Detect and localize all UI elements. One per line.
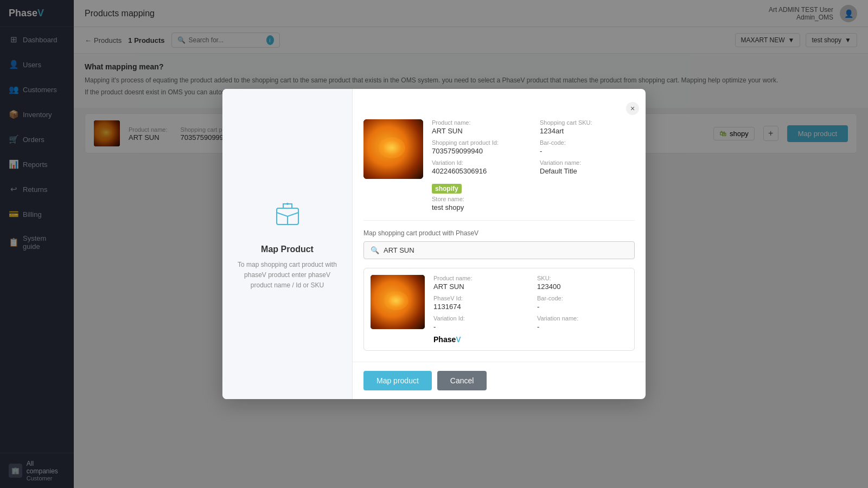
cart-id-label: Shopping cart product Id: xyxy=(432,139,527,146)
phasev-logo-text: PhaseV xyxy=(433,335,461,344)
cart-variation-id-item: Variation Id: 40224605306916 xyxy=(432,159,527,175)
svg-point-1 xyxy=(286,203,289,205)
modal-body: Product name: ART SUN Shopping cart SKU:… xyxy=(353,108,646,362)
search-product-icon: 🔍 xyxy=(371,246,379,254)
result-variation-name-item: Variation name: - xyxy=(537,315,628,331)
result-name-item: Product name: ART SUN xyxy=(433,275,524,291)
cart-detail-grid: Product name: ART SUN Shopping cart SKU:… xyxy=(432,119,635,175)
store-name-label: Store name: xyxy=(432,196,635,202)
cart-name-value: ART SUN xyxy=(432,127,463,135)
result-variation-id-label: Variation Id: xyxy=(433,315,524,322)
cart-name-label: Product name: xyxy=(432,119,527,126)
shopify-logo: shopify xyxy=(432,184,462,194)
cart-barcode-label: Bar-code: xyxy=(540,139,635,146)
result-phasev-id-value: 1131674 xyxy=(433,303,461,311)
result-product-image xyxy=(371,275,425,329)
modal-right-panel: × Product name: xyxy=(353,89,646,399)
map-product-modal: Map Product To map shopping cart product… xyxy=(222,89,646,399)
modal-map-button[interactable]: Map product xyxy=(363,371,432,390)
result-name-label: Product name: xyxy=(433,275,524,281)
cart-id-value: 7035759099940 xyxy=(432,147,483,155)
modal-overlay: Map Product To map shopping cart product… xyxy=(74,54,868,488)
cart-sku-value: 1234art xyxy=(540,127,564,135)
store-name-value: test shopy xyxy=(432,203,464,211)
result-barcode-value: - xyxy=(537,303,539,311)
cart-variation-name-label: Variation name: xyxy=(540,159,635,166)
cart-variation-name-value: Default Title xyxy=(540,167,577,175)
cart-id-item: Shopping cart product Id: 7035759099940 xyxy=(432,139,527,155)
cart-variation-id-label: Variation Id: xyxy=(432,159,527,166)
result-product-details: Product name: ART SUN SKU: 123400 PhaseV… xyxy=(433,275,628,344)
main-content: Products mapping Art ADMIN TEST User Adm… xyxy=(74,0,868,488)
modal-left-description: To map shopping cart product with phaseV… xyxy=(233,260,341,291)
result-sku-item: SKU: 123400 xyxy=(537,275,628,291)
result-name-value: ART SUN xyxy=(433,282,464,291)
result-variation-id-item: Variation Id: - xyxy=(433,315,524,331)
modal-footer: Map product Cancel xyxy=(353,362,646,399)
modal-close-button[interactable]: × xyxy=(626,102,639,115)
phasev-logo: PhaseV xyxy=(433,335,628,344)
modal-header: × xyxy=(353,89,646,108)
cart-barcode-value: - xyxy=(540,147,542,155)
result-variation-id-value: - xyxy=(433,323,436,331)
cart-barcode-item: Bar-code: - xyxy=(540,139,635,155)
store-name-item: Store name: test shopy xyxy=(432,196,635,211)
result-variation-name-value: - xyxy=(537,323,539,331)
modal-left-title: Map Product xyxy=(261,245,314,254)
sun-image-result xyxy=(371,275,425,329)
result-sku-label: SKU: xyxy=(537,275,628,281)
cart-variation-id-value: 40224605306916 xyxy=(432,167,487,175)
box-icon xyxy=(271,197,304,236)
cart-variation-name-item: Variation name: Default Title xyxy=(540,159,635,175)
result-variation-name-label: Variation name: xyxy=(537,315,628,322)
cart-sku-item: Shopping cart SKU: 1234art xyxy=(540,119,635,135)
cart-product-image xyxy=(363,119,423,179)
search-product-box[interactable]: 🔍 xyxy=(363,241,635,259)
result-phasev-id-label: PhaseV Id: xyxy=(433,295,524,301)
result-detail-grid: Product name: ART SUN SKU: 123400 PhaseV… xyxy=(433,275,628,331)
store-info: shopify xyxy=(432,179,635,194)
sun-image xyxy=(363,119,423,179)
result-barcode-label: Bar-code: xyxy=(537,295,628,301)
cart-sku-label: Shopping cart SKU: xyxy=(540,119,635,126)
result-phasev-id-item: PhaseV Id: 1131674 xyxy=(433,295,524,311)
search-product-input[interactable] xyxy=(384,246,628,254)
modal-cancel-button[interactable]: Cancel xyxy=(437,371,487,390)
content-area: What mapping mean? Mapping it's process … xyxy=(74,54,868,488)
result-barcode-item: Bar-code: - xyxy=(537,295,628,311)
result-sku-value: 123400 xyxy=(537,282,560,291)
cart-product-card: Product name: ART SUN Shopping cart SKU:… xyxy=(363,119,635,221)
result-product-card[interactable]: Product name: ART SUN SKU: 123400 PhaseV… xyxy=(363,268,635,351)
map-section-label: Map shopping cart product with PhaseV xyxy=(363,229,635,237)
modal-left-panel: Map Product To map shopping cart product… xyxy=(222,89,353,399)
close-icon: × xyxy=(630,104,635,113)
shopify-store: shopify xyxy=(432,184,462,194)
cart-name-item: Product name: ART SUN xyxy=(432,119,527,135)
cart-product-details: Product name: ART SUN Shopping cart SKU:… xyxy=(432,119,635,211)
